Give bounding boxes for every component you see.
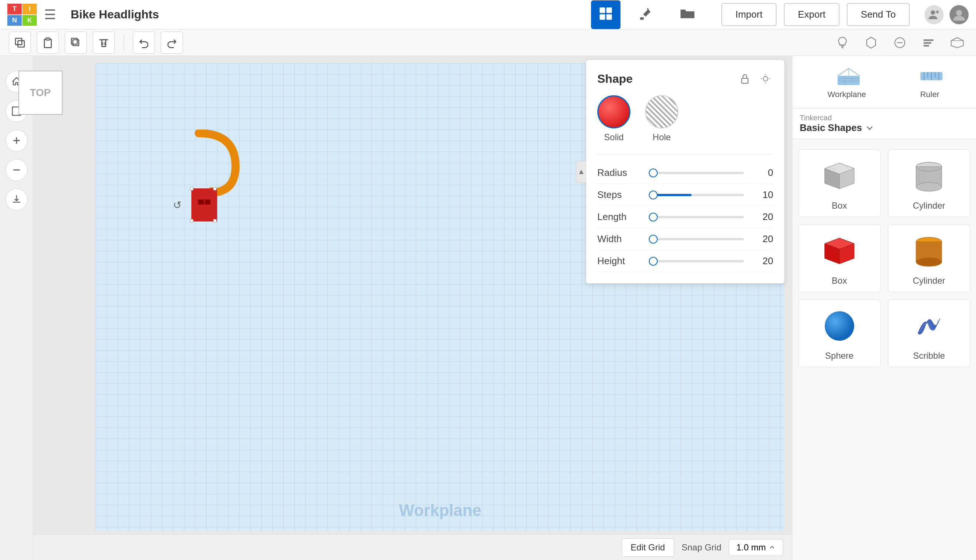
length-slider[interactable] bbox=[649, 216, 744, 218]
3d-icon-btn[interactable] bbox=[947, 33, 967, 53]
snap-grid-dropdown[interactable]: 1.0 mm bbox=[729, 539, 783, 556]
svg-point-77 bbox=[916, 258, 942, 267]
folder-icon bbox=[679, 6, 696, 21]
right-panel-top: Workplane Ruler bbox=[792, 56, 976, 108]
svg-rect-25 bbox=[924, 42, 931, 44]
svg-rect-47 bbox=[838, 76, 860, 85]
grid-view-btn[interactable] bbox=[591, 0, 621, 29]
logo-t: T bbox=[7, 4, 22, 14]
svg-rect-2 bbox=[600, 14, 606, 20]
topbar-actions: Import Export Send To bbox=[721, 3, 910, 26]
add-user-icon[interactable] bbox=[924, 5, 944, 24]
svg-rect-37 bbox=[214, 219, 217, 222]
shape-card-cylinder-gray[interactable]: Cylinder bbox=[888, 149, 971, 217]
shape-options: Solid Hole bbox=[597, 95, 773, 142]
hole-option[interactable]: Hole bbox=[645, 95, 678, 142]
library-title: Basic Shapes bbox=[800, 122, 862, 133]
steps-slider[interactable] bbox=[649, 194, 744, 196]
list-icon[interactable]: ☰ bbox=[44, 7, 56, 22]
ruler-btn[interactable]: Ruler bbox=[919, 65, 941, 99]
solid-shape-icon bbox=[597, 95, 631, 128]
svg-rect-1 bbox=[607, 7, 612, 13]
tinkercad-logo[interactable]: T I N K bbox=[7, 4, 37, 26]
width-slider[interactable] bbox=[649, 238, 744, 240]
light-panel-icon-btn[interactable] bbox=[758, 71, 773, 87]
shape-tools-icon-btn[interactable] bbox=[861, 33, 881, 53]
svg-rect-41 bbox=[742, 78, 748, 83]
shape-panel-icons bbox=[737, 71, 773, 87]
copy-button[interactable] bbox=[9, 32, 31, 54]
topbar: T I N K ☰ Bike Headlights bbox=[0, 0, 976, 30]
user-avatar[interactable] bbox=[949, 5, 969, 24]
paste-button[interactable] bbox=[37, 32, 59, 54]
svg-rect-39 bbox=[205, 199, 210, 205]
library-header: Tinkercad Basic Shapes bbox=[792, 108, 976, 139]
svg-marker-21 bbox=[867, 37, 876, 48]
lock-icon-btn[interactable] bbox=[737, 71, 752, 87]
viewport[interactable]: ↺ Workplane ▲ Shape bbox=[33, 56, 792, 560]
edit-grid-button[interactable]: Edit Grid bbox=[622, 538, 674, 557]
solid-label: Solid bbox=[604, 132, 624, 142]
shape-panel-header: Shape bbox=[597, 71, 773, 87]
download-btn[interactable] bbox=[5, 188, 28, 210]
grid-icon bbox=[598, 6, 613, 21]
shape-card-sphere-blue[interactable]: Sphere bbox=[798, 300, 881, 367]
3d-model[interactable]: ↺ bbox=[169, 130, 243, 235]
delete-button[interactable] bbox=[93, 32, 115, 54]
shape-panel-collapse-btn[interactable]: ▲ bbox=[576, 161, 586, 183]
light-icon-btn[interactable] bbox=[833, 33, 853, 53]
svg-rect-24 bbox=[924, 39, 934, 41]
folder-icon-btn[interactable] bbox=[672, 0, 703, 29]
library-dropdown[interactable]: Basic Shapes bbox=[800, 122, 874, 133]
svg-rect-14 bbox=[73, 40, 79, 46]
shape-card-box-red[interactable]: Box bbox=[798, 225, 881, 292]
import-button[interactable]: Import bbox=[721, 3, 777, 26]
steps-value: 10 bbox=[751, 189, 773, 200]
steps-label: Steps bbox=[597, 189, 641, 200]
svg-rect-13 bbox=[46, 38, 50, 40]
logo-k: K bbox=[22, 15, 37, 26]
height-label: Height bbox=[597, 255, 641, 267]
box-red-icon bbox=[814, 231, 865, 271]
undo-button[interactable] bbox=[133, 32, 155, 54]
svg-line-49 bbox=[849, 68, 860, 76]
redo-button[interactable] bbox=[161, 32, 183, 54]
width-label: Width bbox=[597, 233, 641, 245]
hammer-icon-btn[interactable] bbox=[632, 0, 661, 29]
logo-n: N bbox=[7, 15, 22, 26]
svg-rect-33 bbox=[191, 188, 217, 222]
workplane-btn[interactable]: Workplane bbox=[828, 65, 866, 99]
shape-card-scribble[interactable]: Scribble bbox=[888, 300, 971, 367]
duplicate-button[interactable] bbox=[65, 32, 87, 54]
align-icon-btn[interactable] bbox=[919, 33, 938, 53]
shape-card-cylinder-orange[interactable]: Cylinder bbox=[888, 225, 971, 292]
send-to-button[interactable]: Send To bbox=[847, 3, 910, 26]
subtract-icon-btn[interactable] bbox=[890, 33, 910, 53]
svg-rect-15 bbox=[72, 38, 77, 44]
shapes-grid: Box Cylin bbox=[798, 149, 970, 367]
export-button[interactable]: Export bbox=[784, 3, 839, 26]
main-area: TOP bbox=[0, 56, 976, 560]
radius-slider[interactable] bbox=[649, 172, 744, 174]
ruler-panel-label: Ruler bbox=[920, 90, 939, 99]
user-area bbox=[924, 5, 969, 24]
shape-card-box-gray[interactable]: Box bbox=[798, 149, 881, 217]
length-value: 20 bbox=[751, 211, 773, 223]
radius-value: 0 bbox=[751, 167, 773, 178]
svg-line-48 bbox=[838, 68, 849, 76]
zoom-in-btn[interactable] bbox=[5, 130, 28, 152]
height-value: 20 bbox=[751, 255, 773, 267]
box-red-label: Box bbox=[832, 276, 847, 286]
hole-label: Hole bbox=[652, 132, 671, 142]
solid-option[interactable]: Solid bbox=[597, 95, 631, 142]
chevron-down-icon bbox=[866, 124, 874, 132]
sphere-blue-icon bbox=[814, 306, 865, 346]
shape-panel: ▲ Shape Solid bbox=[586, 60, 785, 284]
viewport-bottom-bar: Edit Grid Snap Grid 1.0 mm bbox=[33, 534, 792, 560]
cylinder-orange-label: Cylinder bbox=[913, 276, 945, 286]
zoom-out-btn[interactable] bbox=[5, 159, 28, 181]
svg-rect-3 bbox=[607, 14, 612, 20]
steps-row: Steps 10 bbox=[597, 184, 773, 206]
box-gray-label: Box bbox=[832, 200, 847, 211]
height-slider[interactable] bbox=[649, 260, 744, 262]
